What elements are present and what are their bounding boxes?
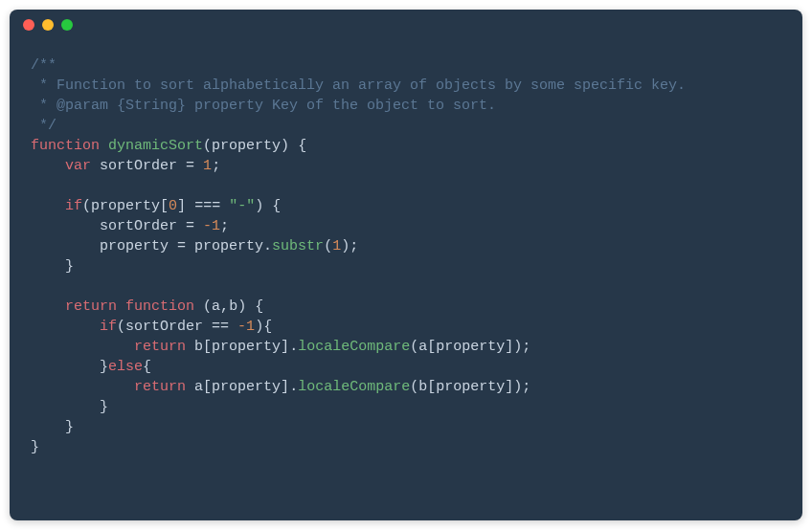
keyword-function: function xyxy=(31,138,100,154)
variable: b xyxy=(194,339,203,355)
number: -1 xyxy=(203,218,220,234)
number: 0 xyxy=(169,198,177,214)
number: 1 xyxy=(332,238,341,254)
method: localeCompare xyxy=(298,339,410,355)
operator: === xyxy=(194,198,220,214)
semicolon: ; xyxy=(220,218,229,234)
paren: ( xyxy=(324,238,332,254)
comment-line: * Function to sort alphabetically an arr… xyxy=(31,77,686,94)
semicolon: ; xyxy=(212,158,220,174)
dot: . xyxy=(263,238,272,254)
brace: { xyxy=(298,138,306,154)
code-content: /** * Function to sort alphabetically an… xyxy=(10,40,802,473)
variable: property xyxy=(91,198,160,214)
paren: ) xyxy=(341,238,350,254)
method: substr xyxy=(272,238,324,254)
brace: } xyxy=(31,439,39,455)
variable: sortOrder xyxy=(125,319,203,335)
comma: , xyxy=(220,298,229,315)
comment-open: /** xyxy=(31,57,56,74)
keyword-else: else xyxy=(108,359,143,375)
paren: ) xyxy=(513,339,522,355)
brace: } xyxy=(65,419,74,435)
semicolon: ; xyxy=(350,238,358,254)
function-name: dynamicSort xyxy=(108,138,203,154)
bracket: ] xyxy=(281,379,289,395)
bracket: ] xyxy=(505,339,513,355)
number: 1 xyxy=(203,158,212,174)
variable: property xyxy=(436,379,505,395)
bracket: [ xyxy=(427,379,436,395)
keyword-if: if xyxy=(65,198,82,214)
bracket: ] xyxy=(281,339,289,355)
brace: { xyxy=(263,319,272,335)
bracket: [ xyxy=(160,198,169,214)
paren: ( xyxy=(410,379,418,395)
close-icon[interactable] xyxy=(23,19,34,31)
variable: sortOrder xyxy=(100,218,177,234)
variable: sortOrder xyxy=(100,158,177,174)
variable: property xyxy=(212,379,281,395)
brace: } xyxy=(65,258,74,275)
method: localeCompare xyxy=(298,379,410,395)
variable: property xyxy=(212,339,281,355)
variable: property xyxy=(436,339,505,355)
bracket: [ xyxy=(427,339,436,355)
variable: a xyxy=(194,379,203,395)
variable: property xyxy=(100,238,169,254)
minimize-icon[interactable] xyxy=(42,19,54,31)
bracket: ] xyxy=(177,198,186,214)
dot: . xyxy=(289,339,298,355)
paren: ) xyxy=(513,379,522,395)
operator: = xyxy=(177,238,186,254)
operator: = xyxy=(186,158,194,174)
comment-line: * @param {String} property Key of the ob… xyxy=(31,98,496,114)
keyword-if: if xyxy=(100,319,117,335)
keyword-function: function xyxy=(125,298,194,315)
paren: ( xyxy=(82,198,91,214)
keyword-return: return xyxy=(65,298,117,315)
paren: ) xyxy=(237,298,246,315)
string: "-" xyxy=(229,198,255,214)
paren: ( xyxy=(203,138,212,154)
brace: { xyxy=(272,198,281,214)
keyword-var: var xyxy=(65,158,91,174)
brace: { xyxy=(143,359,151,375)
paren: ) xyxy=(255,198,263,214)
keyword-return: return xyxy=(134,379,186,395)
bracket: [ xyxy=(203,339,212,355)
paren: ) xyxy=(281,138,289,154)
param: property xyxy=(212,138,281,154)
brace: } xyxy=(100,399,108,415)
window-titlebar xyxy=(10,10,802,40)
paren: ( xyxy=(410,339,418,355)
code-window: /** * Function to sort alphabetically an… xyxy=(10,10,802,520)
paren: ) xyxy=(255,319,263,335)
brace: } xyxy=(100,359,108,375)
brace: { xyxy=(255,298,263,315)
dot: . xyxy=(289,379,298,395)
number: -1 xyxy=(237,319,255,335)
operator: = xyxy=(186,218,194,234)
paren: ( xyxy=(203,298,212,315)
maximize-icon[interactable] xyxy=(61,19,73,31)
variable: a xyxy=(418,339,427,355)
variable: b xyxy=(418,379,427,395)
semicolon: ; xyxy=(522,379,530,395)
keyword-return: return xyxy=(134,339,186,355)
comment-close: */ xyxy=(31,118,56,134)
variable: property xyxy=(194,238,263,254)
paren: ( xyxy=(117,319,125,335)
operator: == xyxy=(212,319,229,335)
param: a xyxy=(212,298,220,315)
bracket: [ xyxy=(203,379,212,395)
semicolon: ; xyxy=(522,339,530,355)
param: b xyxy=(229,298,237,315)
bracket: ] xyxy=(505,379,513,395)
